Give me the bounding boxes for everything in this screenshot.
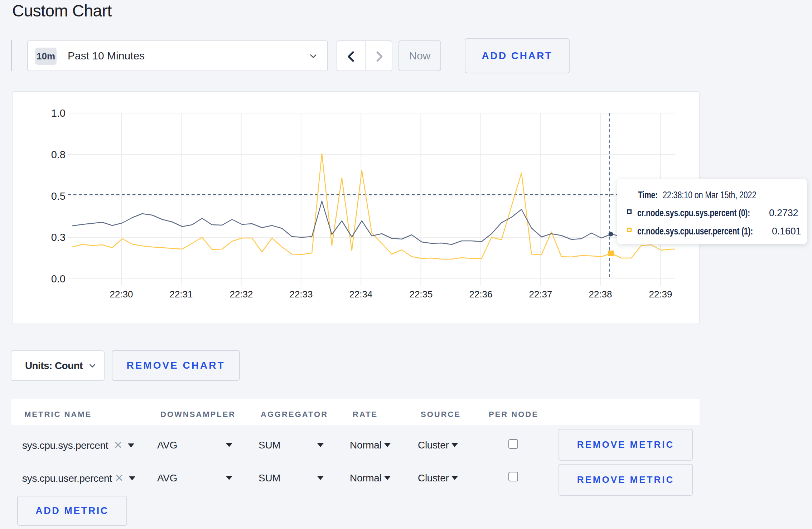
svg-text:0.0: 0.0 bbox=[51, 273, 66, 285]
svg-text:22:38: 22:38 bbox=[589, 289, 612, 300]
svg-text:22:31: 22:31 bbox=[169, 289, 193, 300]
svg-text:22:30: 22:30 bbox=[110, 289, 133, 300]
svg-text:22:37: 22:37 bbox=[529, 289, 552, 300]
svg-text:22:35: 22:35 bbox=[409, 289, 432, 300]
svg-text:22:39: 22:39 bbox=[649, 289, 672, 300]
svg-text:1.0: 1.0 bbox=[51, 107, 66, 119]
svg-text:22:33: 22:33 bbox=[289, 289, 313, 300]
svg-text:22:36: 22:36 bbox=[469, 289, 492, 300]
svg-text:0.5: 0.5 bbox=[51, 190, 66, 202]
svg-text:0.3: 0.3 bbox=[51, 232, 66, 243]
svg-text:22:32: 22:32 bbox=[229, 289, 253, 300]
svg-text:0.8: 0.8 bbox=[51, 149, 66, 160]
svg-text:22:34: 22:34 bbox=[349, 289, 372, 300]
